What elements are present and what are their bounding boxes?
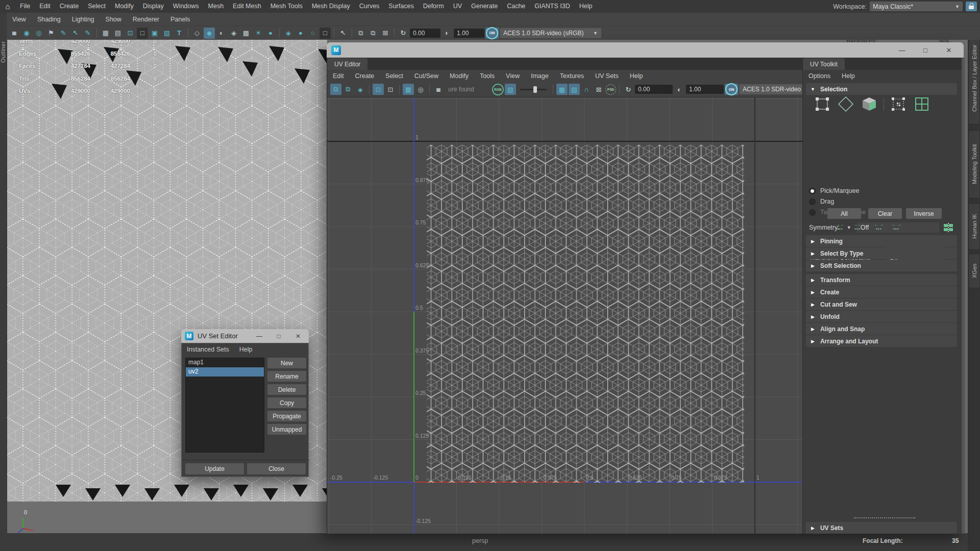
menu-item[interactable]: Windows (168, 0, 204, 13)
face-select-icon[interactable] (860, 95, 878, 113)
toolkit-menu-item[interactable]: Options (803, 72, 836, 80)
close-icon[interactable]: ✕ (937, 42, 961, 58)
camera-attributes-icon[interactable] (33, 28, 44, 39)
view-transform-toggle[interactable]: ON (485, 28, 499, 39)
mode-radio[interactable]: Drag (809, 198, 834, 205)
action-button[interactable]: Inverse (906, 208, 942, 219)
collapsed-section[interactable]: ▶ Create (806, 286, 957, 298)
panel-splitter[interactable] (854, 517, 915, 518)
snapshot-icon[interactable] (355, 28, 366, 39)
colorspace-dropdown[interactable]: ACES 1.0 SDR-video (sRGB) ▼ (500, 28, 601, 38)
bookmark-icon[interactable] (45, 28, 57, 39)
minimize-icon[interactable]: — (890, 42, 914, 58)
multi-pane-icon[interactable] (368, 28, 379, 39)
flat-shade-icon[interactable] (216, 28, 227, 39)
menu-item[interactable]: Mesh (204, 0, 229, 13)
motion-blur-icon[interactable] (295, 28, 306, 39)
shadows-icon[interactable] (265, 28, 276, 39)
wireframe-icon[interactable] (191, 28, 203, 39)
shrink-selection-icon[interactable]: →←▪▪▪ (834, 222, 847, 232)
ao-icon[interactable] (283, 28, 294, 39)
uv-view-transform-toggle[interactable]: ON (725, 84, 738, 95)
collapsed-section[interactable]: ▶ Select By Type (806, 247, 957, 259)
panel-menu-item[interactable]: Shading (32, 16, 66, 23)
vertex-select-icon[interactable] (813, 95, 831, 113)
isolate-select-icon[interactable] (337, 28, 349, 39)
edge-select-icon[interactable] (837, 95, 855, 113)
menu-item[interactable]: Surfaces (384, 0, 418, 13)
distortion-icon[interactable] (355, 84, 366, 95)
tile-layout-icon[interactable] (330, 84, 341, 95)
menu-item[interactable]: GIANTS I3D (530, 0, 574, 13)
collapsed-section[interactable]: ▶ Pinning (806, 235, 957, 247)
psd-update-icon[interactable]: PSD (605, 84, 616, 95)
display-image-icon[interactable] (505, 84, 516, 95)
slider-knob[interactable] (533, 86, 537, 93)
uv-menu-item[interactable]: Cut/Sew (409, 72, 444, 80)
uv-shell-select-icon[interactable] (913, 95, 931, 113)
uv-set-action-button[interactable]: New (267, 358, 306, 368)
image-ratio-icon[interactable] (569, 84, 580, 95)
uv-exposure-field[interactable]: 0.00 (635, 85, 673, 94)
outliner-tab[interactable]: Outliner (0, 17, 7, 63)
checker-tiles-icon[interactable] (556, 84, 568, 95)
gamma-field[interactable]: 1.00 (454, 29, 484, 38)
resolution-gate-icon[interactable] (125, 28, 136, 39)
menu-item[interactable]: Modify (110, 0, 138, 13)
grow-shell-icon[interactable]: ←→▪▪▪ (872, 222, 886, 232)
pencil-icon[interactable] (82, 28, 93, 39)
shaded-uv-icon[interactable] (415, 84, 426, 95)
uv-menu-item[interactable]: Edit (327, 72, 350, 80)
shrink-shell-icon[interactable]: →←▪▪▪ (851, 222, 864, 232)
toolkit-menu-item[interactable]: Help (836, 72, 861, 80)
tab-uv-toolkit[interactable]: UV Toolkit (803, 58, 845, 70)
image-dim-slider[interactable] (520, 89, 547, 90)
menu-item[interactable]: Mesh Display (307, 0, 355, 13)
uv-set-editor-titlebar[interactable]: M UV Set Editor — □ ✕ (181, 329, 309, 343)
uv-set-action-button[interactable]: Rename (267, 371, 306, 382)
side-tab[interactable]: XGen (968, 254, 980, 288)
camera-icon[interactable] (9, 28, 20, 39)
uv-set-item[interactable]: map1 (186, 358, 264, 367)
stack-shells-icon[interactable] (342, 84, 354, 95)
workspace-lock-button[interactable] (966, 2, 977, 11)
menu-item[interactable]: UV (449, 0, 467, 13)
tab-uv-editor[interactable]: UV Editor (327, 58, 368, 70)
dialog-menu-item[interactable]: Instanced Sets (182, 346, 234, 353)
refresh-icon[interactable] (398, 28, 409, 39)
smooth-shade-icon[interactable] (204, 28, 215, 39)
camera-lock-icon[interactable] (21, 28, 32, 39)
menu-item[interactable]: Help (575, 0, 597, 13)
panel-menu-item[interactable]: Renderer (127, 16, 165, 23)
collapsed-section[interactable]: ▶ Align and Snap (806, 323, 957, 335)
texture-name-field[interactable]: ure found (445, 85, 491, 94)
panel-menu-item[interactable]: Lighting (66, 16, 100, 23)
ink-pen-icon[interactable] (58, 28, 69, 39)
uv-menu-item[interactable]: Select (380, 72, 409, 80)
menu-item[interactable]: Curves (355, 0, 384, 13)
uv-sets-section[interactable]: ▶ UV Sets (806, 522, 957, 534)
hud-text-icon[interactable] (174, 28, 185, 39)
maya-home-icon[interactable]: ⌂ (0, 2, 15, 11)
uv-set-action-button[interactable]: Unmapped (267, 424, 306, 435)
uv-set-action-button[interactable]: Delete (267, 384, 306, 395)
film-gate-icon[interactable] (112, 28, 124, 39)
rgb-channels-icon[interactable]: RGB (492, 84, 504, 95)
image-plane-icon[interactable] (161, 28, 173, 39)
uv-menu-item[interactable]: Textures (554, 72, 590, 80)
minimize-icon[interactable]: — (250, 329, 269, 343)
uv-select-icon[interactable] (889, 95, 908, 113)
gate-mask-icon[interactable] (137, 28, 148, 39)
grow-selection-icon[interactable]: ←→▪▪▪ (890, 222, 903, 232)
pixel-snap-icon[interactable] (403, 84, 414, 95)
uv-menu-item[interactable]: View (500, 72, 525, 80)
menu-item[interactable]: Generate (467, 0, 502, 13)
side-tab[interactable]: Channel Box / Layer Editor (968, 32, 980, 124)
field-chart-icon[interactable] (149, 28, 160, 39)
side-tab[interactable]: Human IK (968, 203, 980, 250)
maximize-icon[interactable]: □ (914, 42, 937, 58)
uv-editor-titlebar[interactable]: M — □ ✕ (327, 42, 964, 58)
uv-menu-item[interactable]: Image (525, 72, 554, 80)
menu-item[interactable]: Deform (419, 0, 449, 13)
close-icon[interactable]: ✕ (288, 329, 308, 343)
